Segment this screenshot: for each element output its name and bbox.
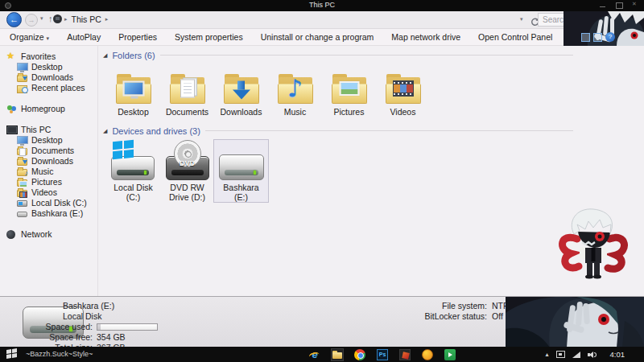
autoplay-button[interactable]: AutoPlay xyxy=(58,32,109,42)
system-tray: ▴ 4:01 xyxy=(545,347,644,362)
folder-item-downloads[interactable]: Downloads xyxy=(214,64,268,117)
taskbar-icon-internet-explorer[interactable]: e xyxy=(309,349,320,360)
uninstall-program-button[interactable]: Uninstall or change a program xyxy=(252,32,383,42)
sidebar-item-label: Homegroup xyxy=(21,104,65,113)
action-center-icon[interactable] xyxy=(556,351,565,358)
sidebar-item-this-pc[interactable]: This PC xyxy=(0,125,97,134)
item-label: Music xyxy=(284,107,306,117)
breadcrumb-chevron-icon[interactable]: ▸ xyxy=(105,16,109,23)
taskbar-icon-file-explorer[interactable] xyxy=(332,349,343,360)
group-rule xyxy=(205,130,573,131)
properties-button[interactable]: Properties xyxy=(109,32,166,42)
music-note-icon: ♪ xyxy=(287,76,303,101)
group-title[interactable]: Folders (6) xyxy=(112,51,155,60)
sidebar-item-pc-videos[interactable]: Videos xyxy=(0,187,97,197)
item-label: Desktop xyxy=(118,107,149,117)
sidebar-item-label: This PC xyxy=(21,125,51,134)
start-button[interactable] xyxy=(6,348,17,359)
space-used-bar-fill xyxy=(97,324,101,330)
close-button[interactable] xyxy=(631,2,639,9)
sidebar-item-label: Downloads xyxy=(31,72,73,82)
taskbar-icon-media-app[interactable] xyxy=(399,349,411,360)
sidebar-item-pc-music[interactable]: Music xyxy=(0,167,97,176)
group-title[interactable]: Devices and drives (3) xyxy=(112,126,200,136)
sidebar-item-label: Desktop xyxy=(31,62,63,72)
folder-item-documents[interactable]: Documents xyxy=(160,64,214,117)
view-icons-button[interactable] xyxy=(593,33,602,42)
sidebar-item-network[interactable]: Network xyxy=(0,229,97,239)
address-dropdown-icon[interactable]: ▾ xyxy=(520,16,523,23)
sidebar-item-downloads[interactable]: Downloads xyxy=(0,72,97,82)
taskbar-icon-green-app[interactable] xyxy=(444,349,456,360)
folder-item-desktop[interactable]: Desktop xyxy=(106,64,160,117)
music-folder-icon xyxy=(17,169,27,176)
sidebar-item-label: Bashkara (E:) xyxy=(31,208,83,218)
item-label: Videos xyxy=(390,107,416,117)
pictures-folder-icon xyxy=(330,72,369,105)
breadcrumb[interactable]: ▸ This PC ▸ xyxy=(64,14,108,24)
system-properties-button[interactable]: System properties xyxy=(166,32,252,42)
maximize-button[interactable] xyxy=(615,2,623,9)
sidebar-item-pc-downloads[interactable]: Downloads xyxy=(0,156,97,166)
back-button[interactable]: ← xyxy=(6,12,22,27)
drive-item-dvd-rw[interactable]: DVD DVD RW Drive (D:) xyxy=(160,140,214,202)
group-header-devices[interactable]: ◢ Devices and drives (3) xyxy=(103,125,644,137)
downloads-folder-icon xyxy=(17,158,27,166)
sidebar-item-label: Desktop xyxy=(31,135,63,145)
dvd-badge: DVD xyxy=(165,159,210,167)
history-dropdown-icon[interactable]: ▾ xyxy=(40,15,43,22)
help-button[interactable]: ? xyxy=(605,32,615,42)
taskbar-icon-orange-app[interactable] xyxy=(422,349,433,360)
sidebar-item-local-disk-c[interactable]: Local Disk (C:) xyxy=(0,198,97,208)
videos-folder-icon xyxy=(384,72,423,105)
group-header-folders[interactable]: ◢ Folders (6) xyxy=(103,49,644,61)
tray-expand-icon[interactable]: ▴ xyxy=(545,351,548,358)
map-network-drive-button[interactable]: Map network drive xyxy=(382,32,469,42)
details-item-type: Local Disk xyxy=(44,311,158,321)
drive-icon xyxy=(17,212,27,217)
recent-places-icon xyxy=(17,84,27,93)
organize-button[interactable]: Organize▾ xyxy=(0,32,58,42)
taskbar: ~Bazzh.Suck~Style~ e Ps ▴ 4:01 xyxy=(0,347,644,362)
folder-item-music[interactable]: ♪ Music xyxy=(268,64,322,117)
collapse-triangle-icon[interactable]: ◢ xyxy=(103,51,107,60)
collapse-triangle-icon[interactable]: ◢ xyxy=(103,127,107,135)
volume-icon[interactable] xyxy=(588,351,597,359)
open-control-panel-button[interactable]: Open Control Panel xyxy=(469,32,561,42)
windows-logo-icon xyxy=(113,140,134,159)
sidebar-item-label: Network xyxy=(21,229,52,239)
sidebar-item-label: Downloads xyxy=(31,156,73,166)
view-list-button[interactable] xyxy=(581,33,590,42)
network-signal-icon[interactable] xyxy=(572,352,580,358)
minimize-button[interactable] xyxy=(599,2,607,9)
sidebar-item-pc-documents[interactable]: Documents xyxy=(0,146,97,155)
folder-item-videos[interactable]: Videos xyxy=(376,64,430,117)
space-free-label: Space free: xyxy=(44,332,93,342)
forward-button[interactable]: → xyxy=(25,14,38,27)
drive-item-local-disk-c[interactable]: Local Disk (C:) xyxy=(106,140,160,202)
sidebar-item-desktop[interactable]: Desktop xyxy=(0,62,97,72)
sidebar-item-pc-desktop[interactable]: Desktop xyxy=(0,135,97,145)
clock[interactable]: 4:01 xyxy=(610,350,625,359)
up-button[interactable]: ↑ xyxy=(48,14,53,23)
videos-folder-icon xyxy=(17,190,27,197)
breadcrumb-chevron-icon[interactable]: ▸ xyxy=(64,16,68,23)
taskbar-custom-toolbar-text: ~Bazzh.Suck~Style~ xyxy=(26,350,93,358)
sidebar-item-homegroup[interactable]: Homegroup xyxy=(0,104,97,113)
drive-item-bashkara-e[interactable]: Bashkara (E:) xyxy=(214,140,268,202)
sidebar-item-recent-places[interactable]: Recent places xyxy=(0,83,97,93)
title-bar: This PC xyxy=(0,0,644,11)
sidebar-item-favorites[interactable]: Favorites xyxy=(0,51,97,61)
details-item-name: Bashkara (E:) xyxy=(44,301,158,311)
taskbar-icon-photoshop[interactable]: Ps xyxy=(377,349,388,360)
sidebar-item-pc-pictures[interactable]: Pictures xyxy=(0,177,97,187)
sidebar-item-bashkara-e[interactable]: Bashkara (E:) xyxy=(0,208,97,218)
navigation-pane: Favorites Desktop Downloads Recent place… xyxy=(0,46,98,296)
space-used-bar xyxy=(97,323,158,331)
sidebar-item-label: Favorites xyxy=(21,51,56,61)
taskbar-icon-chrome[interactable] xyxy=(354,349,365,360)
folder-item-pictures[interactable]: Pictures xyxy=(322,64,376,117)
pictures-folder-icon xyxy=(17,179,27,187)
breadcrumb-location[interactable]: This PC xyxy=(72,14,101,24)
dvd-drive-icon: DVD xyxy=(165,142,210,180)
